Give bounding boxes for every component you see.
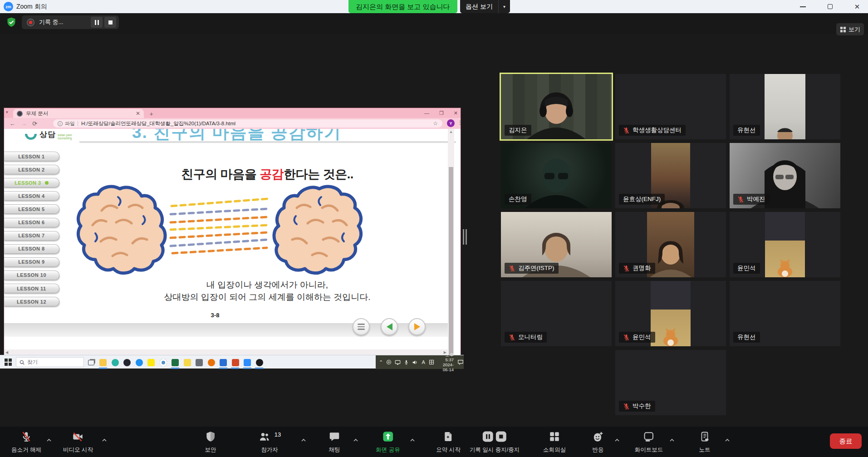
- taskbar-icon-folder[interactable]: [99, 359, 107, 366]
- participant-tile[interactable]: 김주연(ISTP): [501, 212, 612, 277]
- pane-resize-handle[interactable]: [463, 229, 467, 245]
- taskbar-icon-sticky-note[interactable]: [183, 359, 191, 366]
- new-tab-button[interactable]: ＋: [148, 110, 154, 118]
- slide-menu-button[interactable]: [353, 318, 370, 335]
- chevron-up-icon[interactable]: [669, 436, 675, 439]
- address-url[interactable]: H:/또래상담/솔리언또래상담_대학생활_알집%20(1)/DATA/3-8.h…: [81, 120, 235, 127]
- lesson-button-5[interactable]: LESSON 5: [4, 204, 59, 214]
- chevron-down-icon[interactable]: ▾: [498, 0, 510, 13]
- tab-search-chevron-icon[interactable]: ▾: [6, 110, 8, 114]
- taskbar-icon-edge[interactable]: [111, 359, 119, 366]
- tray-notification-icon[interactable]: [457, 359, 464, 365]
- browser-profile-avatar[interactable]: Y: [447, 119, 455, 127]
- lesson-button-8[interactable]: LESSON 8: [4, 244, 59, 254]
- chevron-up-icon[interactable]: [725, 436, 730, 439]
- browser-restore-button[interactable]: ❐: [439, 110, 444, 116]
- scroll-up-icon[interactable]: ▲: [449, 130, 453, 134]
- participant-tile[interactable]: 유현선: [730, 74, 840, 139]
- participant-tile[interactable]: 윤민석: [730, 212, 840, 277]
- taskbar-icon-skype[interactable]: [135, 359, 143, 366]
- toolbar-reactions-button[interactable]: 반응: [592, 430, 604, 454]
- end-meeting-button[interactable]: 종료: [830, 433, 862, 449]
- toolbar-participants-button[interactable]: 13참가자: [258, 430, 281, 454]
- toolbar-breakout-button[interactable]: 소회의실: [543, 430, 566, 454]
- taskbar-icon-media-player[interactable]: [255, 359, 263, 366]
- address-box[interactable]: i 파일 H:/또래상담/솔리언또래상담_대학생활_알집%20(1)/DATA/…: [53, 119, 442, 128]
- browser-menu-icon[interactable]: ⋮: [457, 120, 462, 126]
- browser-minimize-button[interactable]: —: [424, 110, 429, 116]
- taskbar-icon-steam[interactable]: [123, 359, 131, 366]
- gallery-view-button[interactable]: 보기: [836, 23, 864, 35]
- lesson-button-2[interactable]: LESSON 2: [4, 165, 59, 174]
- refresh-icon[interactable]: ⟳: [32, 120, 37, 127]
- chevron-up-icon[interactable]: [301, 436, 306, 439]
- participant-tile[interactable]: 박수한: [615, 350, 726, 415]
- minimize-button[interactable]: [792, 0, 813, 13]
- taskbar-search-input[interactable]: 찾기: [16, 357, 84, 367]
- restore-button[interactable]: [819, 0, 840, 13]
- tray-hanja-grid-icon[interactable]: [429, 359, 434, 365]
- chevron-up-icon[interactable]: [353, 436, 358, 439]
- taskbar-icon-google-app[interactable]: [207, 359, 215, 366]
- chevron-up-icon[interactable]: [46, 436, 52, 439]
- view-options-button[interactable]: 옵션 보기 ▾: [460, 0, 510, 13]
- participant-tile[interactable]: 학생생활상담센터: [615, 74, 726, 139]
- browser-tab[interactable]: 무제 문서 ✕: [13, 109, 144, 118]
- toolbar-notes-button[interactable]: 노트: [699, 430, 711, 454]
- tray-clock[interactable]: 오후 5:37 2024-06-14: [438, 352, 454, 372]
- tray-chevron-up-icon[interactable]: ⌃: [379, 359, 383, 365]
- close-button[interactable]: ✕: [847, 0, 868, 13]
- vertical-scroll-thumb[interactable]: [449, 167, 453, 362]
- toolbar-record-controls-button[interactable]: 기록 일시 중지/중지: [470, 430, 520, 454]
- bookmark-star-icon[interactable]: ☆: [433, 120, 438, 127]
- taskbar-icon-calculator[interactable]: [196, 359, 203, 366]
- tab-close-icon[interactable]: ✕: [136, 110, 140, 117]
- lesson-button-10[interactable]: LESSON 10: [4, 270, 59, 280]
- slide-prev-button[interactable]: [381, 318, 398, 335]
- browser-vertical-scrollbar[interactable]: ▲: [448, 129, 454, 366]
- lesson-button-7[interactable]: LESSON 7: [4, 231, 59, 241]
- toolbar-whiteboard-button[interactable]: 화이트보드: [635, 430, 663, 454]
- browser-horizontal-scrollbar[interactable]: ◀ ▶: [4, 349, 448, 355]
- chevron-up-icon[interactable]: [614, 436, 620, 439]
- pause-recording-button[interactable]: [91, 17, 103, 28]
- toolbar-video-off-button[interactable]: 비디오 시작: [63, 430, 93, 454]
- lesson-button-6[interactable]: LESSON 6: [4, 218, 59, 227]
- taskbar-icon-excel[interactable]: [172, 359, 179, 366]
- tray-speaker-icon[interactable]: [412, 359, 418, 365]
- chevron-up-icon[interactable]: [102, 436, 107, 439]
- toolbar-shield-button[interactable]: 보안: [205, 430, 216, 454]
- toolbar-summary-button[interactable]: 요약 시작: [436, 430, 460, 454]
- taskbar-icon-kakaotalk[interactable]: [147, 359, 155, 366]
- lesson-button-11[interactable]: LESSON 11: [4, 284, 59, 293]
- chevron-up-icon[interactable]: [410, 436, 415, 439]
- browser-close-button[interactable]: ✕: [454, 110, 458, 116]
- lesson-button-4[interactable]: LESSON 4: [4, 191, 59, 201]
- back-icon[interactable]: ←: [10, 120, 15, 127]
- toolbar-share-button[interactable]: 화면 공유: [376, 430, 400, 454]
- participant-tile[interactable]: 모니터링: [501, 281, 612, 346]
- participant-tile[interactable]: 김지은: [501, 74, 612, 139]
- taskbar-icon-powerpoint[interactable]: [231, 359, 239, 366]
- taskbar-icon-chrome[interactable]: [159, 359, 167, 366]
- lesson-button-9[interactable]: LESSON 9: [4, 257, 59, 267]
- participant-tile[interactable]: 박예진: [730, 143, 840, 208]
- lesson-button-1[interactable]: LESSON 1: [4, 152, 59, 161]
- tray-settings-icon[interactable]: [386, 359, 392, 365]
- toolbar-mic-off-button[interactable]: 음소거 해제: [11, 430, 41, 454]
- tray-display-icon[interactable]: [395, 359, 401, 365]
- participant-tile[interactable]: 윤효상(ENFJ): [615, 143, 726, 208]
- file-info-icon[interactable]: i: [58, 121, 63, 126]
- scroll-left-icon[interactable]: ◀: [5, 350, 8, 354]
- forward-icon[interactable]: →: [21, 120, 27, 127]
- stop-recording-button[interactable]: [104, 17, 116, 28]
- lesson-button-3[interactable]: LESSON 3: [4, 178, 59, 187]
- taskbar-icon-zoom-app[interactable]: [244, 359, 251, 366]
- participant-tile[interactable]: 손찬영: [501, 143, 612, 208]
- participant-tile[interactable]: 권명화: [615, 212, 726, 277]
- tray-mic-icon[interactable]: [404, 359, 409, 365]
- toolbar-chat-button[interactable]: 채팅: [329, 430, 340, 454]
- participant-tile[interactable]: 유현선: [730, 281, 840, 346]
- lesson-button-12[interactable]: LESSON 12: [4, 297, 59, 306]
- participant-tile[interactable]: 윤민석: [615, 281, 726, 346]
